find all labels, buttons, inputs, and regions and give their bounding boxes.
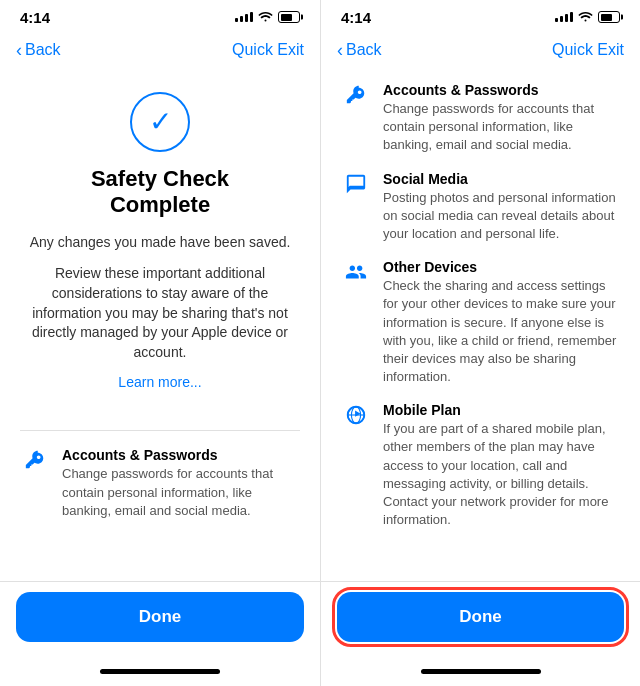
list-item: Other Devices Check the sharing and acce… xyxy=(341,259,620,386)
devices-desc: Check the sharing and access settings fo… xyxy=(383,277,620,386)
back-chevron-right: ‹ xyxy=(337,41,343,59)
mobile-desc: If you are part of a shared mobile plan,… xyxy=(383,420,620,529)
social-desc: Posting photos and personal information … xyxy=(383,189,620,244)
accounts-text: Accounts & Passwords Change passwords fo… xyxy=(62,447,300,520)
accounts-title-right: Accounts & Passwords xyxy=(383,82,620,98)
social-title: Social Media xyxy=(383,171,620,187)
completion-title: Safety CheckComplete xyxy=(91,166,229,219)
check-circle: ✓ xyxy=(130,92,190,152)
status-bar-left: 4:14 xyxy=(0,0,320,32)
list-item: Accounts & Passwords Change passwords fo… xyxy=(20,447,300,520)
accounts-text-right: Accounts & Passwords Change passwords fo… xyxy=(383,82,620,155)
home-bar-left xyxy=(100,669,220,674)
nav-bar-right: ‹ Back Quick Exit xyxy=(321,32,640,72)
nav-bar-left: ‹ Back Quick Exit xyxy=(0,32,320,72)
done-button-left[interactable]: Done xyxy=(16,592,304,642)
key-icon-right xyxy=(341,82,371,106)
devices-text: Other Devices Check the sharing and acce… xyxy=(383,259,620,386)
completion-desc: Review these important additional consid… xyxy=(20,264,300,362)
completion-subtitle: Any changes you made have been saved. xyxy=(30,233,291,253)
wifi-icon-left xyxy=(258,10,273,25)
home-bar-right xyxy=(421,669,541,674)
quick-exit-button-right[interactable]: Quick Exit xyxy=(552,41,624,59)
done-button-right[interactable]: Done xyxy=(337,592,624,642)
accounts-title: Accounts & Passwords xyxy=(62,447,300,463)
social-text: Social Media Posting photos and personal… xyxy=(383,171,620,244)
key-icon xyxy=(20,447,50,471)
completion-section: ✓ Safety CheckComplete Any changes you m… xyxy=(20,82,300,430)
battery-icon-right xyxy=(598,11,620,23)
status-icons-right xyxy=(555,10,620,25)
list-item: Mobile Plan If you are part of a shared … xyxy=(341,402,620,529)
learn-more-link[interactable]: Learn more... xyxy=(118,374,201,390)
people-icon xyxy=(341,259,371,283)
signal-bars-right xyxy=(555,12,573,22)
bottom-area-right: Done xyxy=(321,581,640,662)
mobile-title: Mobile Plan xyxy=(383,402,620,418)
list-item: Accounts & Passwords Change passwords fo… xyxy=(341,82,620,155)
chat-icon xyxy=(341,171,371,195)
signal-bars-left xyxy=(235,12,253,22)
home-indicator-left xyxy=(0,662,320,686)
devices-title: Other Devices xyxy=(383,259,620,275)
accounts-desc: Change passwords for accounts that conta… xyxy=(62,465,300,520)
list-item: Social Media Posting photos and personal… xyxy=(341,171,620,244)
back-button-right[interactable]: ‹ Back xyxy=(337,41,382,59)
status-time-right: 4:14 xyxy=(341,9,371,26)
quick-exit-button-left[interactable]: Quick Exit xyxy=(232,41,304,59)
right-panel: 4:14 ‹ Back Quic xyxy=(320,0,640,686)
right-content: Accounts & Passwords Change passwords fo… xyxy=(321,72,640,581)
status-bar-right: 4:14 xyxy=(321,0,640,32)
check-icon: ✓ xyxy=(149,108,172,136)
left-panel: 4:14 ‹ Back Quic xyxy=(0,0,320,686)
battery-icon-left xyxy=(278,11,300,23)
home-indicator-right xyxy=(321,662,640,686)
mobile-text: Mobile Plan If you are part of a shared … xyxy=(383,402,620,529)
left-content: ✓ Safety CheckComplete Any changes you m… xyxy=(0,72,320,581)
section-divider xyxy=(20,430,300,431)
status-time-left: 4:14 xyxy=(20,9,50,26)
wifi-icon-right xyxy=(578,10,593,25)
accounts-desc-right: Change passwords for accounts that conta… xyxy=(383,100,620,155)
back-button-left[interactable]: ‹ Back xyxy=(16,41,61,59)
status-icons-left xyxy=(235,10,300,25)
bottom-area-left: Done xyxy=(0,581,320,662)
back-chevron-left: ‹ xyxy=(16,41,22,59)
mobile-signal-icon xyxy=(341,402,371,426)
